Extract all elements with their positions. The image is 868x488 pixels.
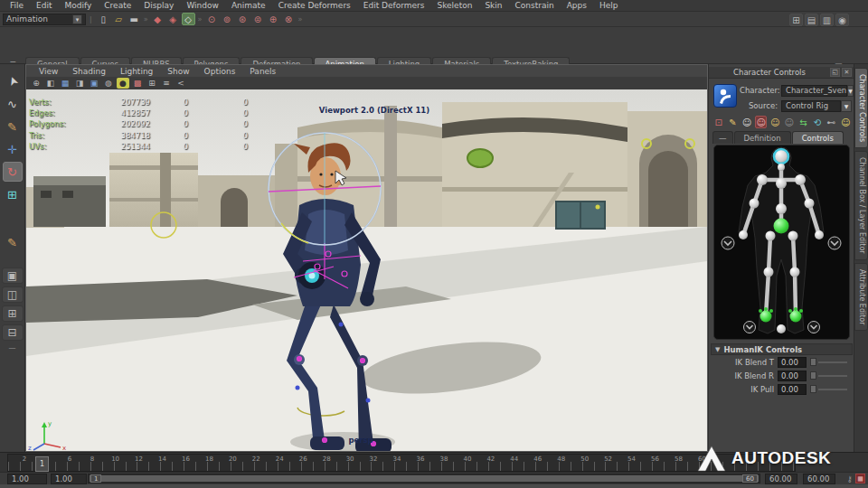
snap-curve-icon[interactable]: ◈ (166, 13, 180, 25)
move-tool-icon[interactable]: ✛ (3, 139, 23, 159)
joint-left-hand[interactable] (739, 230, 748, 239)
lasso-tool-icon[interactable]: ∿ (3, 94, 23, 114)
character-tab[interactable]: Controls (792, 131, 844, 144)
viewport-menu-item[interactable]: Lighting (113, 67, 160, 76)
rotate-tool-icon[interactable]: ↻ (3, 162, 23, 182)
collapse-triangle-icon[interactable]: ▼ (715, 346, 720, 353)
joint-hips[interactable] (774, 219, 789, 234)
menu-item[interactable]: Create Deformers (272, 1, 357, 10)
joint-left-elbow[interactable] (750, 199, 760, 209)
snap-grid-icon[interactable]: ◆ (151, 13, 165, 25)
slider-handle[interactable] (810, 385, 816, 393)
joint-right-hip[interactable] (788, 231, 798, 241)
grid-toggle-icon[interactable]: ≡ (160, 78, 173, 89)
isolate-select-icon[interactable]: ▩ (131, 78, 144, 89)
playback-start-field[interactable]: 1.00 (51, 474, 87, 484)
stance-pose-icon[interactable]: ☺ (741, 116, 753, 128)
menu-item[interactable]: Constrain (509, 1, 561, 10)
menu-item[interactable]: Animate (225, 1, 272, 10)
layout-four-pane-icon[interactable]: ⊞ (2, 305, 24, 322)
animation-end-field[interactable]: 60.00 (803, 474, 835, 484)
snap-point-icon[interactable]: ◇ (182, 13, 195, 25)
joint-left-shoulder[interactable] (757, 174, 768, 185)
attribute-value-field[interactable]: 0.00 (778, 371, 807, 381)
menu-item[interactable]: Edit (30, 1, 58, 10)
pin-icon[interactable]: ⊷ (826, 116, 838, 128)
viewport-menu-item[interactable]: Shading (65, 67, 113, 76)
character-select[interactable]: Character_Sven (781, 85, 847, 97)
cell-select-icon[interactable]: ⊡ (712, 116, 725, 128)
ghost-icon[interactable]: ☺ (783, 116, 796, 128)
sidebar-attributes-icon[interactable]: ▥ (820, 14, 834, 26)
select-tool-icon[interactable]: ➤ (0, 69, 25, 94)
menu-item[interactable]: Modify (59, 1, 99, 10)
menu-item[interactable]: Skeleton (430, 1, 478, 10)
character-set-icon[interactable]: ⚷ (846, 474, 853, 483)
joint-spine[interactable] (776, 203, 787, 214)
selection-lock-icon[interactable]: ⊗ (282, 13, 296, 25)
humanik-section-header[interactable]: ▼ HumanIK Controls (711, 343, 853, 355)
sidebar-vertical-tab[interactable]: Attribute Editor (854, 263, 868, 332)
open-scene-icon[interactable]: ▱ (112, 13, 126, 25)
layout-outliner-pane-icon[interactable]: ⊟ (2, 324, 24, 341)
camera-attrs-icon[interactable]: ⊕ (30, 78, 42, 89)
viewport-menu-item[interactable]: View (32, 67, 65, 76)
skeleton-icon[interactable]: ☺ (769, 116, 781, 128)
scene-3d-view[interactable]: y x z Verts: 207739 0 0 Edges: 412857 0 … (26, 89, 707, 451)
menu-item[interactable]: File (4, 1, 30, 10)
range-start-handle[interactable]: 1 (90, 474, 101, 483)
range-slider-track[interactable]: 1 60 (88, 474, 760, 483)
shading-smooth-icon[interactable]: ▣ (88, 78, 100, 89)
new-scene-icon[interactable]: ▯ (97, 13, 110, 25)
joint-left-knee[interactable] (764, 267, 774, 277)
source-select[interactable]: Control Rig (781, 100, 841, 112)
sidebar-channelbox-icon[interactable]: ▤ (805, 14, 818, 26)
last-tool-icon[interactable]: ✎ (3, 232, 23, 252)
menu-item[interactable]: Help (593, 1, 625, 10)
sidebar-vertical-tab[interactable]: Character Controls (854, 68, 868, 148)
timeline-track[interactable]: 2468101214161820222426283032343638404244… (7, 454, 796, 472)
keying-mode-icon[interactable]: ⇆ (797, 116, 810, 128)
select-hierarchy-icon[interactable]: ⊙ (205, 13, 219, 25)
sidebar-vertical-tab[interactable]: Channel Box / Layer Editor (854, 151, 868, 260)
paint-select-tool-icon[interactable]: ✎ (3, 117, 23, 136)
viewport-menu-item[interactable]: Show (160, 67, 196, 76)
joint-right-knee[interactable] (790, 267, 800, 277)
attribute-value-field[interactable]: 0.00 (778, 357, 807, 368)
joint-neck[interactable] (778, 164, 785, 171)
joint-reference[interactable] (777, 324, 786, 333)
chevron-down-icon[interactable]: ▾ (72, 14, 82, 24)
slider-handle[interactable] (810, 358, 816, 366)
shading-wireframe-icon[interactable]: ◨ (73, 78, 86, 89)
menu-item[interactable]: Apps (561, 1, 593, 10)
collapse-arrows[interactable]: » (297, 15, 305, 23)
highlight-mode-icon[interactable]: ⊕ (267, 13, 280, 25)
joint-right-elbow[interactable] (805, 199, 815, 209)
joint-right-hand[interactable] (815, 230, 824, 239)
mirror-matching-icon[interactable]: ☺ (755, 116, 768, 128)
playback-end-field[interactable]: 60.00 (765, 474, 797, 484)
menu-item[interactable]: Skin (478, 1, 508, 10)
layout-two-pane-icon[interactable]: ◫ (2, 286, 24, 303)
menu-item[interactable]: Create (98, 1, 137, 10)
slider-groove[interactable] (818, 389, 847, 390)
character-tab[interactable]: Definition (734, 131, 791, 144)
menu-item[interactable]: Window (180, 1, 225, 10)
show-grid-icon[interactable]: ⊞ (789, 14, 803, 26)
character-body-map[interactable] (713, 145, 850, 340)
select-mask-icon[interactable]: ⊜ (251, 13, 265, 25)
character-tab[interactable]: — (712, 131, 733, 144)
collapse-arrows[interactable]: » (142, 15, 150, 23)
image-plane-icon[interactable]: ▦ (59, 78, 71, 89)
viewport-menu-item[interactable]: Options (197, 67, 243, 76)
bookmark-icon[interactable]: ◧ (44, 78, 57, 89)
viewport-menu-item[interactable]: Panels (242, 67, 283, 76)
edit-definition-icon[interactable]: ✎ (727, 116, 740, 128)
save-scene-icon[interactable]: ▬ (127, 13, 141, 25)
textured-mode-icon[interactable]: ◍ (102, 78, 115, 89)
range-end-handle[interactable]: 60 (742, 474, 758, 483)
use-all-lights-icon[interactable]: ● (117, 78, 129, 89)
sidebar-tools-icon[interactable]: ◉ (835, 14, 849, 26)
menu-set-selector[interactable]: Animation ▾ (3, 14, 86, 25)
select-object-icon[interactable]: ⊚ (221, 13, 234, 25)
